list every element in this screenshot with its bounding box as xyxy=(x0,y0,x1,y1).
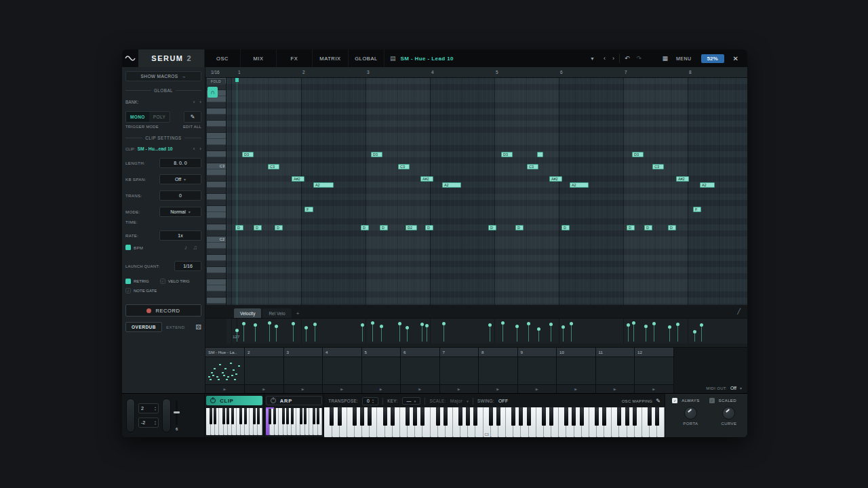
midi-note[interactable] xyxy=(537,152,543,157)
clip-play-button[interactable]: ▶ xyxy=(496,387,499,391)
clip-slot[interactable]: 11▶ xyxy=(596,348,635,393)
piano-roll-key[interactable] xyxy=(207,115,226,121)
keyboard-black-key[interactable] xyxy=(304,408,307,424)
clip-slot-body[interactable] xyxy=(518,357,557,384)
velocity-point[interactable] xyxy=(420,323,424,326)
keyboard-black-key[interactable] xyxy=(291,408,294,424)
keyboard-black-key[interactable] xyxy=(413,407,417,426)
velocity-point[interactable] xyxy=(380,325,383,328)
keyboard-black-key[interactable] xyxy=(436,407,440,426)
playhead[interactable] xyxy=(235,78,239,305)
dice-randomize-icon[interactable]: ⚄ xyxy=(195,323,201,331)
midi-note[interactable]: A2 xyxy=(570,182,589,188)
piano-roll-key[interactable] xyxy=(207,182,226,188)
extend-button[interactable]: EXTEND xyxy=(166,325,185,329)
launch-quant-select[interactable]: 1/16 xyxy=(174,261,201,271)
keyboard-black-key[interactable] xyxy=(226,408,229,424)
record-button[interactable]: RECORD xyxy=(125,304,201,317)
keyboard-black-key[interactable] xyxy=(330,407,334,426)
velo-trig-checkbox[interactable]: ✓ xyxy=(160,279,165,284)
clip-slot[interactable]: 10▶ xyxy=(557,348,596,393)
trans-input[interactable]: 0 xyxy=(159,190,201,201)
keyboard-black-key[interactable] xyxy=(406,407,410,426)
clip-slot[interactable]: 8▶ xyxy=(479,348,518,393)
midi-note[interactable]: A2 xyxy=(442,182,461,188)
keyboard-black-key[interactable] xyxy=(496,407,500,426)
note-gate-checkbox[interactable]: ✓ xyxy=(125,288,131,293)
midi-note[interactable]: D xyxy=(380,225,388,230)
keyboard-black-key[interactable] xyxy=(489,407,493,426)
clip-prev-button[interactable]: ‹ xyxy=(193,146,195,152)
clip-slot[interactable]: 3▶ xyxy=(284,348,323,393)
piano-roll-key[interactable] xyxy=(207,127,226,133)
midi-note[interactable]: D3 xyxy=(501,152,513,157)
midi-note[interactable]: D3 xyxy=(242,152,254,157)
tab-mix[interactable]: MIX xyxy=(241,49,277,67)
piano-roll-key[interactable] xyxy=(207,194,226,200)
prev-preset-button[interactable]: ‹ xyxy=(600,49,609,67)
pitch-wheel[interactable] xyxy=(126,399,135,432)
clip-slot[interactable]: 6▶ xyxy=(401,348,440,393)
keyboard-black-key[interactable] xyxy=(549,407,553,426)
piano-roll-key[interactable] xyxy=(207,121,226,127)
clip-slot[interactable]: 2▶ xyxy=(245,348,284,393)
velocity-point[interactable] xyxy=(371,321,374,325)
keyboard-black-key[interactable] xyxy=(222,408,225,424)
lane-resize-handle-icon[interactable]: ╱ xyxy=(737,308,741,314)
velocity-point[interactable] xyxy=(361,323,364,327)
midi-note[interactable]: A#2 xyxy=(549,176,562,182)
always-checkbox[interactable]: ✓ xyxy=(672,398,677,403)
keyboard-black-key[interactable] xyxy=(368,407,372,426)
velocity-point[interactable] xyxy=(235,329,239,332)
piano-roll-key[interactable] xyxy=(207,249,226,255)
note-grid[interactable]: DD3DC3DA#2FA2DD3DC3D2A#2DA2DD3DC3A#2DA2D… xyxy=(226,78,747,305)
keyboard-black-key[interactable] xyxy=(466,407,470,426)
close-button[interactable]: ✕ xyxy=(729,55,743,62)
rate-input[interactable]: 1x xyxy=(159,230,201,241)
midi-note[interactable]: A#2 xyxy=(292,176,304,182)
keyboard-black-key[interactable] xyxy=(214,408,216,424)
keyboard-black-key[interactable] xyxy=(239,408,242,424)
velocity-point[interactable] xyxy=(632,321,635,325)
piano-roll-key[interactable] xyxy=(207,151,226,157)
piano-roll-key[interactable] xyxy=(207,255,226,261)
scaled-checkbox[interactable]: ✓ xyxy=(709,398,715,403)
keyboard-black-key[interactable] xyxy=(391,407,395,426)
keyboard-black-key[interactable] xyxy=(353,407,357,426)
piano-roll-key[interactable] xyxy=(207,200,226,206)
midi-note[interactable]: F xyxy=(693,207,701,212)
velocity-point[interactable] xyxy=(275,325,278,328)
velocity-point[interactable] xyxy=(693,330,696,333)
velocity-point[interactable] xyxy=(488,323,492,327)
tab-global[interactable]: GLOBAL xyxy=(349,49,384,67)
keyboard-black-key[interactable] xyxy=(286,408,289,424)
midi-note[interactable]: D3 xyxy=(371,152,382,157)
piano-roll-key[interactable] xyxy=(207,133,226,139)
power-icon[interactable] xyxy=(210,398,216,403)
curve-knob[interactable] xyxy=(722,407,735,420)
bank-prev-button[interactable]: ‹ xyxy=(193,99,195,105)
undo-button[interactable]: ↶ xyxy=(621,49,633,67)
keyboard-black-key[interactable] xyxy=(580,407,584,426)
keyboard-black-key[interactable] xyxy=(519,407,523,426)
clip-play-button[interactable]: ▶ xyxy=(418,387,421,391)
keyboard-black-key[interactable] xyxy=(572,407,576,426)
velocity-point[interactable] xyxy=(527,322,530,325)
clip-name-value[interactable]: SM - Hu...ead 10 xyxy=(138,146,173,151)
velocity-point[interactable] xyxy=(652,322,656,325)
mod-wheel[interactable] xyxy=(162,399,171,432)
fold-button[interactable]: FOLD xyxy=(207,79,225,85)
clip-slot-body[interactable] xyxy=(401,357,439,384)
keyboard-black-key[interactable] xyxy=(231,408,234,424)
clip-slot-body[interactable] xyxy=(284,357,323,384)
keyboard-black-key[interactable] xyxy=(595,407,599,426)
mono-button[interactable]: MONO xyxy=(126,112,149,122)
keyboard-black-key[interactable] xyxy=(317,408,319,424)
preset-dropdown-caret-icon[interactable]: ▼ xyxy=(590,56,595,61)
keyboard-black-key[interactable] xyxy=(443,407,448,426)
keyboard-black-key[interactable] xyxy=(458,407,462,426)
keyboard-black-key[interactable] xyxy=(655,407,659,426)
velocity-point[interactable] xyxy=(501,321,505,325)
arp-enable-button[interactable]: ARP xyxy=(266,396,323,405)
bend-fader[interactable] xyxy=(176,401,178,425)
